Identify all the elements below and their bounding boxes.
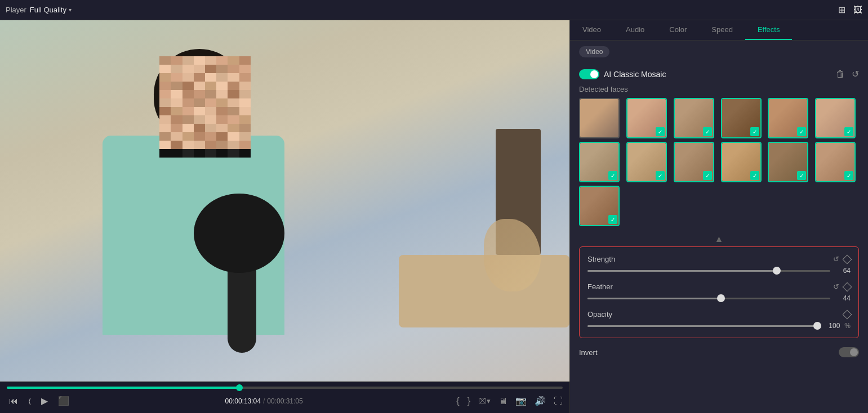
timeline-area: ⏮ ⟨ ▶ ⬛ 00:00:13:04 / 00:00:31:05 { } ⌧▾… [0, 381, 569, 413]
feather-header: Feather ↺ [587, 282, 851, 291]
volume-icon[interactable]: 🔊 [535, 396, 546, 406]
detected-faces-label: Detected faces [579, 85, 859, 93]
tab-speed[interactable]: Speed [699, 20, 745, 40]
bracket-open-icon[interactable]: { [456, 396, 459, 406]
opacity-thumb[interactable] [813, 322, 821, 330]
face-thumbnail-2[interactable]: ✓ [626, 98, 667, 138]
feather-label: Feather [587, 282, 613, 291]
delete-icon[interactable]: 🗑 [836, 69, 845, 79]
video-badge: Video [579, 46, 609, 57]
toggle-knob [590, 70, 598, 78]
effect-header: AI Classic Mosaic 🗑 ↺ [579, 69, 859, 79]
feather-controls: ↺ [833, 282, 851, 291]
tab-video[interactable]: Video [570, 20, 613, 40]
strength-reset-icon[interactable]: ↺ [833, 255, 839, 263]
face-check-7: ✓ [608, 171, 617, 180]
opacity-label: Opacity [587, 310, 612, 318]
image-icon[interactable]: 🖼 [853, 5, 862, 15]
progress-thumb[interactable] [236, 384, 243, 391]
opacity-value: 100 [824, 322, 840, 330]
tab-audio[interactable]: Audio [613, 20, 657, 40]
face-check-3: ✓ [703, 127, 712, 136]
time-divider: / [263, 397, 265, 405]
opacity-slider[interactable] [587, 325, 820, 327]
face-thumbnail-4[interactable]: ✓ [721, 98, 762, 138]
face-check-4: ✓ [750, 127, 759, 136]
step-back-button[interactable]: ⟨ [26, 394, 33, 408]
invert-toggle[interactable] [839, 347, 859, 357]
strength-value: 64 [835, 267, 851, 275]
strength-fill [587, 270, 777, 272]
progress-bar[interactable] [7, 387, 563, 389]
play-button[interactable]: ▶ [39, 393, 50, 408]
right-panel: Video Audio Color Speed Effects Video [569, 20, 868, 413]
face-check-10: ✓ [750, 171, 759, 180]
feather-slider[interactable] [587, 298, 830, 299]
opacity-param: Opacity 100 % [587, 310, 851, 330]
face-thumbnail-7[interactable]: ✓ [579, 142, 620, 182]
progress-fill [7, 387, 239, 389]
effect-name: AI Classic Mosaic [604, 70, 666, 79]
feather-fill [587, 298, 721, 299]
face-thumbnail-6[interactable]: ✓ [815, 98, 856, 138]
face-thumbnail-9[interactable]: ✓ [674, 142, 714, 182]
effect-toggle[interactable] [579, 69, 599, 79]
tab-color[interactable]: Color [657, 20, 699, 40]
feather-reset-icon[interactable]: ↺ [833, 282, 839, 291]
face-thumbnail-10[interactable]: ✓ [721, 142, 762, 182]
monitor-icon[interactable]: 🖥 [498, 396, 508, 406]
right-controls: { } ⌧▾ 🖥 📷 🔊 ⛶ [456, 396, 563, 406]
top-bar-right: ⊞ 🖼 [838, 5, 862, 15]
face-thumbnail-12[interactable]: ✓ [815, 142, 856, 182]
strength-slider[interactable] [587, 270, 830, 272]
strength-header: Strength ↺ [587, 255, 851, 263]
strength-label: Strength [587, 255, 615, 263]
fullscreen-icon[interactable]: ⛶ [554, 396, 563, 406]
feather-keyframe-icon[interactable] [843, 282, 852, 291]
face-check-13: ✓ [608, 215, 617, 224]
main-layout: ⏮ ⟨ ▶ ⬛ 00:00:13:04 / 00:00:31:05 { } ⌧▾… [0, 20, 868, 413]
invert-label: Invert [579, 348, 598, 357]
total-time: 00:00:31:05 [267, 397, 302, 405]
tab-effects[interactable]: Effects [745, 20, 793, 40]
effects-content: Video AI Classic Mosaic 🗑 ↺ Detected fac… [570, 41, 868, 413]
controls-row: ⏮ ⟨ ▶ ⬛ 00:00:13:04 / 00:00:31:05 { } ⌧▾… [7, 393, 563, 408]
top-bar: Player Full Quality ▾ ⊞ 🖼 [0, 0, 868, 20]
collapse-icon: ▲ [715, 234, 724, 244]
face-thumbnail-3[interactable]: ✓ [674, 98, 714, 138]
face-thumbnail-5[interactable]: ✓ [768, 98, 808, 138]
feather-thumb[interactable] [717, 294, 725, 302]
strength-keyframe-icon[interactable] [843, 254, 852, 264]
transport-controls: ⏮ ⟨ ▶ ⬛ [7, 393, 72, 408]
quality-label: Full Quality [30, 6, 66, 14]
current-time: 00:00:13:04 [225, 397, 261, 405]
strength-thumb[interactable] [773, 267, 781, 275]
quality-dropdown[interactable]: Full Quality ▾ [30, 6, 72, 14]
parameters-box: Strength ↺ 64 [579, 246, 859, 338]
opacity-fill [587, 325, 817, 327]
split-icon[interactable]: ⌧▾ [478, 397, 491, 405]
face-thumbnail-11[interactable]: ✓ [768, 142, 808, 182]
face-thumbnail-8[interactable]: ✓ [626, 142, 667, 182]
video-badge-container: Video [579, 46, 859, 63]
grid-icon[interactable]: ⊞ [838, 5, 845, 15]
stop-button[interactable]: ⬛ [56, 393, 72, 408]
opacity-keyframe-icon[interactable] [843, 309, 852, 319]
face-check-8: ✓ [656, 171, 665, 180]
collapse-row[interactable]: ▲ [579, 232, 859, 246]
rewind-button[interactable]: ⏮ [7, 394, 20, 408]
opacity-controls [844, 311, 851, 318]
mosaic-overlay [159, 56, 251, 158]
face-thumbnail-1[interactable] [579, 98, 620, 138]
face-thumbnail-13[interactable]: ✓ [579, 186, 620, 226]
chevron-down-icon: ▾ [69, 7, 72, 13]
player-label: Player [6, 6, 26, 14]
camera-icon[interactable]: 📷 [515, 396, 527, 406]
face-check-6: ✓ [844, 127, 853, 136]
face-check-5: ✓ [797, 127, 806, 136]
reset-icon[interactable]: ↺ [852, 69, 859, 79]
face-check-12: ✓ [844, 171, 853, 180]
microphone-head [194, 194, 285, 273]
bracket-close-icon[interactable]: } [468, 396, 470, 406]
opacity-value-row: 100 % [587, 322, 851, 330]
